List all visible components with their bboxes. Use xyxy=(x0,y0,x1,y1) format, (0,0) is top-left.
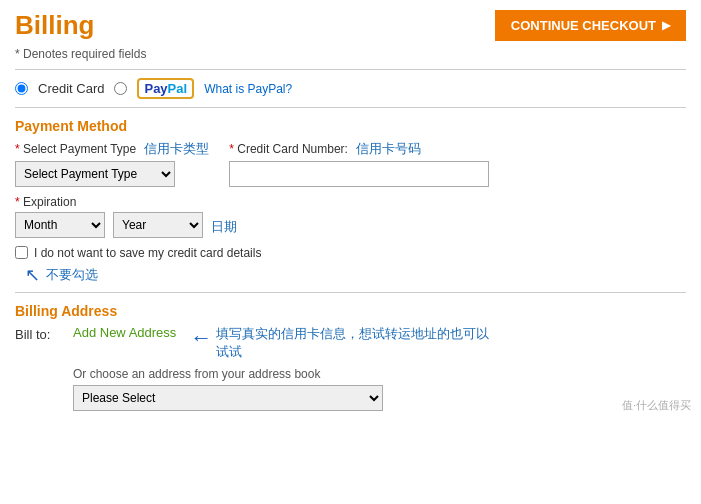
payment-type-annotation: 信用卡类型 xyxy=(144,140,209,158)
month-select[interactable]: Month January February March April May J… xyxy=(15,212,105,238)
paypal-pp-text: Pay xyxy=(144,81,167,96)
payment-type-cc-row: Select Payment Type 信用卡类型 Select Payment… xyxy=(15,140,686,187)
or-choose-text: Or choose an address from your address b… xyxy=(73,367,686,381)
payment-method-title: Payment Method xyxy=(15,118,686,134)
bill-to-row: Bill to: Add New Address ← 填写真实的信用卡信息，想试… xyxy=(15,325,686,361)
save-cc-checkbox-row: I do not want to save my credit card det… xyxy=(15,246,686,260)
please-select-wrapper: Please Select xyxy=(73,385,686,411)
billing-address-section: Billing Address Bill to: Add New Address… xyxy=(15,303,686,411)
no-select-annotation: 不要勾选 xyxy=(46,266,98,284)
payment-type-select[interactable]: Select Payment Type Visa MasterCard Amer… xyxy=(15,161,175,187)
credit-card-label[interactable]: Credit Card xyxy=(38,81,104,96)
please-select-row: Please Select xyxy=(73,385,686,411)
add-address-row: Add New Address ← 填写真实的信用卡信息，想试转运地址的也可以试… xyxy=(73,325,496,361)
expiration-label: Expiration xyxy=(15,195,686,209)
billing-address-title: Billing Address xyxy=(15,303,686,319)
bill-to-links: Add New Address ← 填写真实的信用卡信息，想试转运地址的也可以试… xyxy=(73,325,496,361)
big-arrow-icon: ← xyxy=(190,325,212,351)
page-title: Billing xyxy=(15,10,94,41)
expiry-row: Month January February March April May J… xyxy=(15,212,686,238)
header-row: Billing CONTINUE CHECKOUT xyxy=(15,10,686,41)
arrow-left-icon: ↖ xyxy=(25,264,40,286)
payment-type-group: Select Payment Type 信用卡类型 Select Payment… xyxy=(15,140,209,187)
page-wrapper: Billing CONTINUE CHECKOUT * Denotes requ… xyxy=(0,0,701,421)
paypal-al-text: Pal xyxy=(168,81,188,96)
add-new-address-link[interactable]: Add New Address xyxy=(73,325,176,340)
year-group: Year 2013 2014 2015 2016 2017 2018 xyxy=(113,212,203,238)
bill-to-label: Bill to: xyxy=(15,325,65,342)
paypal-badge: PayPal xyxy=(137,78,194,99)
cc-number-label-row: Credit Card Number: 信用卡号码 xyxy=(229,140,489,158)
year-select[interactable]: Year 2013 2014 2015 2016 2017 2018 xyxy=(113,212,203,238)
save-cc-checkbox[interactable] xyxy=(15,246,28,259)
fill-annotation: 填写真实的信用卡信息，想试转运地址的也可以试试 xyxy=(216,325,496,361)
payment-type-radio-row: Credit Card PayPal What is PayPal? xyxy=(15,78,686,99)
address-select[interactable]: Please Select xyxy=(73,385,383,411)
payment-type-label: Select Payment Type xyxy=(15,142,136,156)
divider-billing xyxy=(15,292,686,293)
payment-type-label-row: Select Payment Type 信用卡类型 xyxy=(15,140,209,158)
expiration-section: Expiration Month January February March … xyxy=(15,195,686,238)
cc-number-input[interactable] xyxy=(229,161,489,187)
save-cc-label[interactable]: I do not want to save my credit card det… xyxy=(34,246,261,260)
cc-number-group: Credit Card Number: 信用卡号码 xyxy=(229,140,489,187)
paypal-radio-label[interactable]: PayPal xyxy=(137,78,194,99)
continue-checkout-button[interactable]: CONTINUE CHECKOUT xyxy=(495,10,686,41)
payment-method-section: Payment Method Select Payment Type 信用卡类型… xyxy=(15,118,686,286)
what-is-paypal-link[interactable]: What is PayPal? xyxy=(204,82,292,96)
cc-number-label: Credit Card Number: xyxy=(229,142,348,156)
cc-number-annotation: 信用卡号码 xyxy=(356,140,421,158)
paypal-radio[interactable] xyxy=(114,82,127,95)
watermark: 值·什么值得买 xyxy=(622,398,691,413)
month-group: Month January February March April May J… xyxy=(15,212,105,238)
divider-payment xyxy=(15,107,686,108)
credit-card-radio[interactable] xyxy=(15,82,28,95)
divider-top xyxy=(15,69,686,70)
required-note: * Denotes required fields xyxy=(15,47,686,61)
date-annotation: 日期 xyxy=(211,218,237,238)
no-select-annotation-row: ↖ 不要勾选 xyxy=(25,264,686,286)
